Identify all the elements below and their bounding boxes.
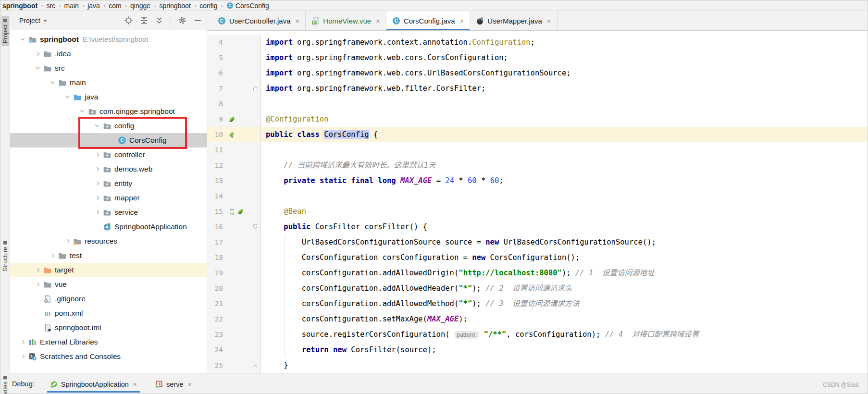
chevron-down-icon[interactable]: [49, 79, 56, 86]
debug-tab-springbootapplication[interactable]: SpringbootApplication×: [45, 375, 142, 394]
tree-item-test[interactable]: test: [10, 248, 207, 263]
code-line-19[interactable]: 19 corsConfiguration.addAllowedOrigin("h…: [207, 265, 868, 281]
code-line-17[interactable]: 17 UrlBasedCorsConfigurationSource sourc…: [207, 234, 868, 250]
breadcrumb-item[interactable]: com: [109, 2, 121, 10]
line-number[interactable]: 23: [207, 327, 226, 342]
tool-stripe-structure[interactable]: Structure: [1, 238, 9, 274]
code-line-21[interactable]: 21 corsConfiguration.addAllowedMethod("*…: [207, 296, 868, 311]
line-number[interactable]: 11: [207, 142, 226, 158]
line-number[interactable]: 8: [207, 96, 226, 111]
tree-item-config[interactable]: config: [10, 119, 207, 133]
line-number[interactable]: 22: [207, 311, 226, 327]
line-number[interactable]: 16: [207, 219, 226, 234]
chevron-down-icon[interactable]: [19, 36, 26, 43]
line-number[interactable]: 10: [207, 127, 226, 142]
code-line-10[interactable]: 10public class CorsConfig {: [207, 127, 868, 142]
code-text[interactable]: source.registerCorsConfiguration( patter…: [261, 327, 699, 342]
close-icon[interactable]: ×: [296, 17, 300, 25]
tree-item-src[interactable]: src: [10, 61, 207, 75]
code-text[interactable]: UrlBasedCorsConfigurationSource source =…: [261, 234, 656, 250]
line-number[interactable]: 6: [207, 65, 226, 81]
code-text[interactable]: [261, 96, 266, 111]
tree-item-resources[interactable]: resources: [10, 234, 207, 248]
tree-item--gitignore[interactable]: .gitignore: [10, 292, 207, 306]
tree-item-demos-web[interactable]: demos.web: [10, 162, 207, 176]
chevron-down-icon[interactable]: [34, 64, 41, 72]
tree-item-target[interactable]: target: [10, 263, 207, 277]
tree-item-corsconfig[interactable]: CCorsConfig: [10, 133, 207, 148]
code-text[interactable]: return new CorsFilter(source);: [261, 342, 436, 357]
code-line-9[interactable]: 9@Configuration: [207, 111, 868, 127]
chevron-right-icon[interactable]: [34, 50, 41, 58]
breadcrumb-item[interactable]: src: [46, 2, 55, 10]
code-line-24[interactable]: 24 return new CorsFilter(source);: [207, 342, 868, 357]
code-text[interactable]: import org.springframework.context.annot…: [261, 35, 535, 50]
collapse-expand-icon[interactable]: [140, 16, 148, 25]
fold-marker[interactable]: [250, 81, 261, 96]
close-icon[interactable]: ×: [547, 17, 551, 25]
line-number[interactable]: 4: [207, 35, 226, 50]
line-number[interactable]: 15: [207, 204, 226, 219]
code-text[interactable]: CorsConfiguration corsConfiguration = ne…: [261, 250, 580, 265]
chevron-right-icon[interactable]: [19, 338, 26, 346]
spring-bean-nav-icon[interactable]: [228, 131, 236, 138]
chevron-right-icon[interactable]: [63, 237, 71, 245]
chevron-right-icon[interactable]: [93, 194, 101, 202]
breadcrumb-item[interactable]: qingge: [130, 2, 150, 10]
code-text[interactable]: import org.springframework.web.cors.Cors…: [261, 50, 508, 65]
breadcrumb-item[interactable]: java: [87, 2, 100, 10]
code-line-20[interactable]: 20 corsConfiguration.addAllowedHeader("*…: [207, 281, 868, 296]
line-number[interactable]: 7: [207, 81, 226, 96]
line-number[interactable]: 25: [207, 357, 226, 373]
code-line-23[interactable]: 23 source.registerCorsConfiguration( pat…: [207, 327, 868, 342]
fold-marker[interactable]: [250, 357, 261, 373]
code-text[interactable]: [261, 142, 266, 158]
close-icon[interactable]: ×: [133, 381, 137, 388]
breadcrumb-item[interactable]: config: [199, 2, 217, 10]
code-text[interactable]: public CorsFilter corsFilter() {: [261, 219, 427, 234]
line-number[interactable]: 14: [207, 188, 226, 204]
code-text[interactable]: [261, 188, 266, 204]
chevron-down-icon[interactable]: [42, 18, 48, 24]
tree-item-springboot[interactable]: springbootE:\vuetest\springboot: [10, 32, 207, 47]
tree-item-service[interactable]: service: [10, 205, 207, 220]
debug-tab-serve[interactable]: serve×: [150, 375, 197, 394]
code-text[interactable]: import org.springframework.web.cors.UrlB…: [261, 65, 571, 81]
code-line-11[interactable]: 11: [207, 142, 868, 158]
tree-item-external-libraries[interactable]: External Libraries: [10, 335, 207, 349]
tree-item-mapper[interactable]: mapper: [10, 191, 207, 205]
locate-icon[interactable]: [124, 16, 133, 25]
tree-item-springboot-iml[interactable]: springboot.iml: [10, 320, 207, 335]
code-line-7[interactable]: 7import org.springframework.web.filter.C…: [207, 81, 868, 96]
line-number[interactable]: 9: [207, 111, 226, 127]
close-icon[interactable]: ×: [188, 381, 192, 388]
breadcrumb-item[interactable]: springboot: [2, 2, 37, 10]
code-line-13[interactable]: 13 private static final long MAX_AGE = 2…: [207, 173, 868, 188]
chevron-right-icon[interactable]: [93, 209, 101, 216]
close-icon[interactable]: ×: [460, 17, 464, 25]
breadcrumb-item[interactable]: main: [64, 2, 78, 10]
fold-end-icon[interactable]: [253, 362, 259, 368]
breadcrumb-item[interactable]: CCorsConfig: [226, 2, 269, 10]
code-text[interactable]: @Configuration: [261, 111, 329, 127]
chevron-right-icon[interactable]: [93, 151, 101, 159]
chevron-down-icon[interactable]: [93, 122, 101, 130]
spring-bean-icon[interactable]: [237, 208, 244, 215]
code-editor[interactable]: 4import org.springframework.context.anno…: [207, 31, 868, 373]
hide-icon[interactable]: [194, 16, 202, 25]
bean-method-icon[interactable]: [228, 208, 236, 215]
tree-item-main[interactable]: main: [10, 75, 207, 90]
fold-mid-icon[interactable]: [253, 224, 259, 230]
chevron-right-icon[interactable]: [34, 266, 41, 274]
code-text[interactable]: @Bean: [261, 204, 306, 219]
code-text[interactable]: // 当前跨域请求最大有效时长。这里默认1天: [261, 158, 436, 173]
code-line-16[interactable]: 16 public CorsFilter corsFilter() {: [207, 219, 868, 234]
chevron-right-icon[interactable]: [49, 252, 56, 259]
settings-icon[interactable]: [178, 16, 186, 25]
editor-tab-homeview-vue[interactable]: HHomeView.vue×: [306, 11, 386, 30]
fold-marker[interactable]: [250, 219, 261, 234]
breadcrumb-item[interactable]: springboot: [159, 2, 190, 10]
chevron-right-icon[interactable]: [34, 281, 41, 288]
code-line-5[interactable]: 5import org.springframework.web.cors.Cor…: [207, 50, 868, 65]
line-number[interactable]: 13: [207, 173, 226, 188]
